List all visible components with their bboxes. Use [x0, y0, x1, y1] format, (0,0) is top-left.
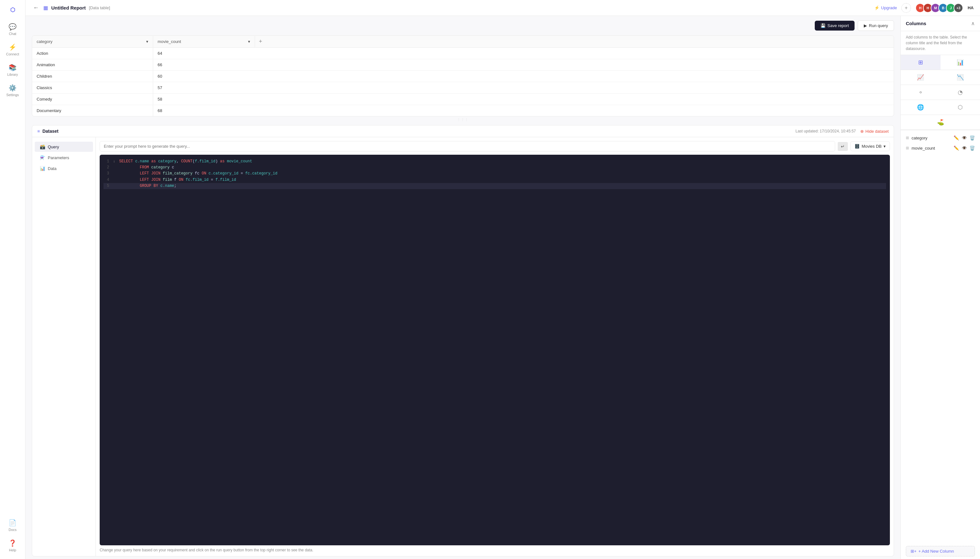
- avatar-group: H H M B J +3: [917, 3, 963, 13]
- add-new-column-button[interactable]: ⊞+ + Add New Column: [906, 546, 975, 556]
- sidebar-item-help[interactable]: ❓ Help: [2, 536, 23, 555]
- cell-value: 57: [153, 82, 255, 93]
- viz-scatter-button[interactable]: ⚬: [901, 85, 940, 100]
- run-query-button[interactable]: ▶ Run query: [858, 20, 894, 31]
- sidebar-item-docs[interactable]: 📄 Docs: [2, 516, 23, 535]
- cell-category: Classics: [32, 82, 153, 93]
- hint-text: Change your query here based on your req…: [100, 548, 890, 552]
- right-panel-description: Add columns to the table. Select the col…: [901, 31, 980, 55]
- viz-table-button[interactable]: ⊞: [901, 55, 940, 70]
- sidebar-item-label: Settings: [7, 93, 19, 97]
- menu-item-label: Parameters: [48, 155, 69, 160]
- library-icon: 📚: [8, 64, 17, 71]
- column-header-movie-count[interactable]: movie_count ▾: [153, 36, 255, 47]
- query-area: ↵ 🗄️ Movies DB ▾ 1 ↓ SELECT c.n: [96, 137, 894, 556]
- eye-icon[interactable]: 👁️: [962, 146, 967, 150]
- edit-icon[interactable]: ✏️: [954, 146, 959, 150]
- viz-line-button[interactable]: 📈: [901, 70, 940, 85]
- logo-icon: ⬡: [10, 7, 15, 13]
- topbar: ← ▦ Untitled Report [Data table] ⚡ Upgra…: [25, 0, 980, 16]
- table-row: Children 60: [32, 71, 894, 82]
- edit-icon[interactable]: ✏️: [954, 135, 959, 141]
- column-item-left: ⊞ category: [906, 136, 927, 141]
- sidebar-item-label: Help: [9, 548, 16, 552]
- viz-bar-button[interactable]: 📊: [940, 55, 980, 70]
- table-row: Documentary 68: [32, 105, 894, 116]
- enter-button[interactable]: ↵: [838, 142, 848, 151]
- add-column-button[interactable]: +: [255, 36, 266, 48]
- help-icon: ❓: [8, 539, 17, 547]
- cell-category: Action: [32, 48, 153, 59]
- column-type-icon: ⊞: [906, 136, 909, 140]
- user-initials: HA: [968, 5, 973, 10]
- sidebar-item-library[interactable]: 📚 Library: [2, 61, 23, 79]
- hide-label: Hide dataset: [865, 129, 889, 134]
- column-item-label: category: [912, 136, 927, 141]
- upgrade-button[interactable]: ⚡ Upgrade: [874, 5, 897, 10]
- chevron-down-icon: ▾: [884, 144, 886, 149]
- delete-icon[interactable]: 🗑️: [970, 135, 975, 141]
- viz-pie-button[interactable]: ◔: [940, 85, 980, 100]
- hide-dataset-button[interactable]: ⊗ Hide dataset: [860, 129, 889, 134]
- report-type: [Data table]: [89, 5, 110, 10]
- menu-item-label: Data: [48, 166, 56, 171]
- docs-icon: 📄: [8, 519, 17, 526]
- topbar-left: ← ▦ Untitled Report [Data table]: [32, 3, 110, 12]
- resize-handle[interactable]: ⋮⋮⋮: [25, 116, 901, 122]
- column-list: ⊞ category ✏️ 👁️ 🗑️ ⊞ movie_count: [901, 130, 980, 543]
- column-item-movie-count: ⊞ movie_count ✏️ 👁️ 🗑️: [901, 143, 980, 153]
- table-row: Classics 57: [32, 82, 894, 94]
- delete-icon[interactable]: 🗑️: [970, 146, 975, 150]
- dataset-body: 🗃️ Query ⚗️ Parameters 📊 Data: [32, 137, 894, 556]
- right-panel-title: Columns: [906, 21, 926, 26]
- upgrade-icon: ⚡: [874, 5, 879, 10]
- avatar-overflow: +3: [954, 3, 963, 13]
- database-selector[interactable]: 🗄️ Movies DB ▾: [850, 141, 890, 151]
- menu-item-query[interactable]: 🗃️ Query: [35, 142, 93, 152]
- col-header-label: movie_count: [158, 39, 181, 44]
- cell-category: Comedy: [32, 94, 153, 105]
- report-header: 💾 Save report ▶ Run query: [25, 16, 901, 35]
- menu-item-data[interactable]: 📊 Data: [35, 163, 93, 174]
- data-icon: 📊: [40, 166, 45, 171]
- query-prompt-input[interactable]: [100, 141, 835, 152]
- data-table: category ▾ movie_count ▾ + Action 64 Ani…: [32, 35, 894, 116]
- table-header: category ▾ movie_count ▾ +: [32, 36, 894, 48]
- code-line-1: 1 ↓ SELECT c.name as category, COUNT(f.f…: [104, 159, 886, 165]
- viz-type-selector: ⊞ 📊 📈 📉 ⚬ ◔ 🌐 ⬡ ⛳: [901, 55, 980, 130]
- last-updated-text: Last updated: 17/10/2024, 10:45:57: [796, 129, 856, 133]
- sidebar-item-chat[interactable]: 💬 Chat: [2, 20, 23, 39]
- right-panel-header: Columns ∧: [901, 16, 980, 31]
- connect-icon: ⚡: [8, 43, 17, 51]
- eye-icon[interactable]: 👁️: [962, 135, 967, 141]
- dataset-area: ≡ Dataset Last updated: 17/10/2024, 10:4…: [32, 125, 894, 556]
- sidebar-item-settings[interactable]: ⚙️ Settings: [2, 81, 23, 100]
- col-header-label: category: [36, 39, 53, 44]
- report-icon: ▦: [43, 5, 48, 11]
- sidebar-item-connect[interactable]: ⚡ Connect: [2, 40, 23, 59]
- save-report-button[interactable]: 💾 Save report: [815, 21, 854, 31]
- menu-item-label: Query: [48, 144, 59, 149]
- cell-value: 66: [153, 59, 255, 70]
- viz-flag-button[interactable]: ⛳: [901, 115, 980, 130]
- viz-radar-button[interactable]: ⬡: [940, 100, 980, 115]
- collapse-button[interactable]: ∧: [971, 20, 975, 26]
- code-line-4: 4 __________LEFT JOIN film f ON fc.film_…: [104, 177, 886, 183]
- query-icon: 🗃️: [40, 144, 45, 149]
- table-row: Comedy 58: [32, 94, 894, 105]
- report-area: 💾 Save report ▶ Run query category ▾ mov…: [25, 16, 901, 559]
- add-member-button[interactable]: +: [901, 3, 911, 13]
- menu-item-parameters[interactable]: ⚗️ Parameters: [35, 152, 93, 163]
- settings-icon: ⚙️: [8, 84, 17, 92]
- db-name: Movies DB: [861, 144, 882, 149]
- main-area: ← ▦ Untitled Report [Data table] ⚡ Upgra…: [25, 0, 980, 559]
- sql-editor[interactable]: 1 ↓ SELECT c.name as category, COUNT(f.f…: [100, 155, 890, 545]
- back-button[interactable]: ←: [32, 3, 40, 12]
- viz-globe-button[interactable]: 🌐: [901, 100, 940, 115]
- column-header-category[interactable]: category ▾: [32, 36, 153, 47]
- cell-category: Documentary: [32, 105, 153, 116]
- viz-area-button[interactable]: 📉: [940, 70, 980, 85]
- add-col-label: + Add New Column: [919, 549, 954, 554]
- add-col-icon: ⊞+: [911, 549, 917, 554]
- db-icon: 🗄️: [854, 144, 859, 149]
